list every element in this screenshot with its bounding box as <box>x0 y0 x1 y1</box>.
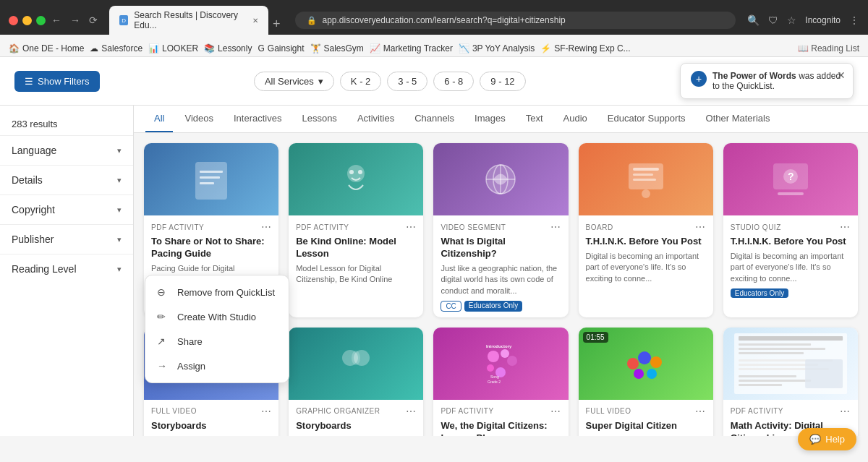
bookmark-star-icon[interactable]: ☆ <box>787 14 796 26</box>
tab-text[interactable]: Text <box>517 106 552 132</box>
chevron-icon: ▾ <box>117 146 122 155</box>
svg-rect-20 <box>778 192 804 195</box>
more-icon[interactable]: ⋯ <box>261 221 272 233</box>
ctx-create-studio[interactable]: ✏ Create With Studio <box>145 304 289 329</box>
help-button[interactable]: 💬 Help <box>798 428 856 436</box>
sidebar-filter-details[interactable]: Details ▾ <box>0 165 133 194</box>
filter-pills: All Services ▾ K - 2 3 - 5 6 - 8 9 - 12 <box>109 72 671 91</box>
chevron-icon: ▾ <box>117 265 122 274</box>
bookmark-salesgym[interactable]: 🏋SalesGym <box>310 43 364 54</box>
more-icon[interactable]: ⋯ <box>261 406 272 417</box>
bookmark-salesforce[interactable]: ☁Salesforce <box>90 43 142 54</box>
content-tabs: All Videos Interactives Lessons Activiti… <box>134 106 868 133</box>
shield-icon[interactable]: 🛡 <box>768 14 778 26</box>
card-super-digital-citizen[interactable]: 01:55 FULL VIDEO ⋯ Super Digital Citizen… <box>579 328 713 436</box>
card-think-board[interactable]: BOARD ⋯ T.H.I.N.K. Before You Post Digit… <box>579 143 713 317</box>
bookmark-gainsight[interactable]: GGainsight <box>258 43 304 54</box>
forward-icon[interactable]: → <box>70 14 80 26</box>
notification-close-icon[interactable]: ✕ <box>837 69 846 81</box>
tab-audio[interactable]: Audio <box>555 106 596 132</box>
bookmark-marketing[interactable]: 📈Marketing Tracker <box>370 43 453 54</box>
tab-lessons[interactable]: Lessons <box>293 106 345 132</box>
bookmark-one-de[interactable]: 🏠One DE - Home <box>9 43 84 54</box>
bookmark-3p[interactable]: 📉3P YoY Analysis <box>459 43 535 54</box>
tab-interactives[interactable]: Interactives <box>225 106 290 132</box>
edit-icon: ✏ <box>157 311 170 322</box>
fullscreen-button[interactable] <box>36 16 46 25</box>
address-bar[interactable]: 🔒 app.discoveryeducation.com/learn/searc… <box>295 12 736 29</box>
bookmark-lessonly[interactable]: 📚Lessonly <box>204 43 252 54</box>
more-icon[interactable]: ⋯ <box>406 221 417 233</box>
svg-text:Song: Song <box>490 375 499 379</box>
browser-chrome: ← → ⟳ D Search Results | Discovery Edu..… <box>0 0 868 35</box>
pill-68[interactable]: 6 - 8 <box>433 72 474 91</box>
card-think-quiz[interactable]: ? STUDIO QUIZ ⋯ T.H.I.N.K. Before You Po… <box>723 143 858 317</box>
reload-icon[interactable]: ⟳ <box>89 14 98 26</box>
minimize-button[interactable] <box>22 16 32 25</box>
card-we-digital-citizens[interactable]: Introductory Song Grade 2 PDF ACTIVITY ⋯… <box>433 328 568 436</box>
svg-rect-53 <box>805 359 843 388</box>
tab-channels[interactable]: Channels <box>406 106 463 132</box>
pill-k2[interactable]: K - 2 <box>340 72 381 91</box>
svg-rect-45 <box>739 348 825 350</box>
more-icon[interactable]: ⋯ <box>695 406 706 417</box>
pill-35[interactable]: 3 - 5 <box>387 72 427 91</box>
more-icon[interactable]: ⋯ <box>406 406 417 417</box>
sidebar-filter-publisher[interactable]: Publisher ▾ <box>0 224 133 254</box>
pill-912[interactable]: 9 - 12 <box>480 72 525 91</box>
ctx-remove-quicklist[interactable]: ⊖ Remove from QuickList <box>145 280 289 304</box>
help-icon: 💬 <box>809 434 821 436</box>
tab-educator-supports[interactable]: Educator Supports <box>599 106 694 132</box>
more-icon[interactable]: ⋯ <box>550 221 561 233</box>
more-icon[interactable]: ⋯ <box>695 221 706 233</box>
card-body: BOARD ⋯ T.H.I.N.K. Before You Post Digit… <box>579 215 713 290</box>
search-icon[interactable]: 🔍 <box>747 14 760 26</box>
card-desc: Digital is becoming an important part of… <box>731 251 851 284</box>
more-icon[interactable]: ⋯ <box>550 406 561 417</box>
card-body: PDF ACTIVITY ⋯ We, the Digital Citizens:… <box>433 400 568 436</box>
sidebar-filter-copyright[interactable]: Copyright ▾ <box>0 194 133 224</box>
card-desc: Just like a geographic nation, the digit… <box>441 263 561 296</box>
sidebar-filter-reading-level[interactable]: Reading Level ▾ <box>0 254 133 283</box>
tab-images[interactable]: Images <box>466 106 514 132</box>
svg-rect-3 <box>200 182 214 184</box>
card-digital-citizenship[interactable]: VIDEO SEGMENT ⋯ What Is Digital Citizens… <box>433 143 568 317</box>
more-icon[interactable]: ⋯ <box>840 221 851 233</box>
bookmark-sf[interactable]: ⚡SF-Rewing Exp C... <box>540 43 630 54</box>
bookmark-looker[interactable]: 📊LOOKER <box>148 43 198 54</box>
card-storyboards-graphic[interactable]: GRAPHIC ORGANIZER ⋯ Storyboards Your vid… <box>289 328 423 436</box>
tab-activities[interactable]: Activities <box>349 106 403 132</box>
card-body: FULL VIDEO ⋯ Storyboards Your video game… <box>144 400 278 436</box>
pill-all-services[interactable]: All Services ▾ <box>254 72 334 91</box>
tab-videos[interactable]: Videos <box>176 106 222 132</box>
active-tab[interactable]: D Search Results | Discovery Edu... ✕ <box>109 6 268 35</box>
card-be-kind-online[interactable]: PDF ACTIVITY ⋯ Be Kind Online: Model Les… <box>289 143 423 317</box>
close-button[interactable] <box>9 16 18 25</box>
sidebar-filter-language[interactable]: Language ▾ <box>0 135 133 165</box>
assign-icon: → <box>157 360 170 372</box>
svg-rect-51 <box>739 380 811 382</box>
ctx-share[interactable]: ↗ Share <box>145 329 289 354</box>
ctx-assign[interactable]: → Assign <box>145 354 289 378</box>
more-icon[interactable]: ⋯ <box>840 406 851 417</box>
browser-action-icons: 🔍 🛡 ☆ Incognito ⋮ <box>747 14 859 26</box>
card-title: Be Kind Online: Model Lesson <box>296 236 416 260</box>
card-thumbnail <box>433 143 568 215</box>
reading-list-button[interactable]: 📖 Reading List <box>798 43 859 54</box>
card-title: T.H.I.N.K. Before You Post <box>586 236 706 248</box>
card-type: PDF ACTIVITY ⋯ <box>441 406 561 417</box>
menu-icon[interactable]: ⋮ <box>849 14 859 26</box>
chevron-icon: ▾ <box>117 235 122 244</box>
new-tab-button[interactable]: + <box>270 14 284 35</box>
show-filters-button[interactable]: ☰ Show Filters <box>14 71 100 92</box>
tab-close-icon[interactable]: ✕ <box>252 17 258 25</box>
notification-box: + The Power of Words was added to the Qu… <box>680 63 854 99</box>
svg-point-39 <box>650 356 662 368</box>
card-math-activity[interactable]: PDF ACTIVITY ⋯ Math Activity: Digital Ci… <box>723 328 858 436</box>
lock-icon: 🔒 <box>307 16 317 25</box>
tab-all[interactable]: All <box>145 106 173 132</box>
back-icon[interactable]: ← <box>51 14 61 26</box>
svg-rect-52 <box>739 384 782 386</box>
svg-rect-50 <box>739 375 796 377</box>
tab-other-materials[interactable]: Other Materials <box>697 106 779 132</box>
